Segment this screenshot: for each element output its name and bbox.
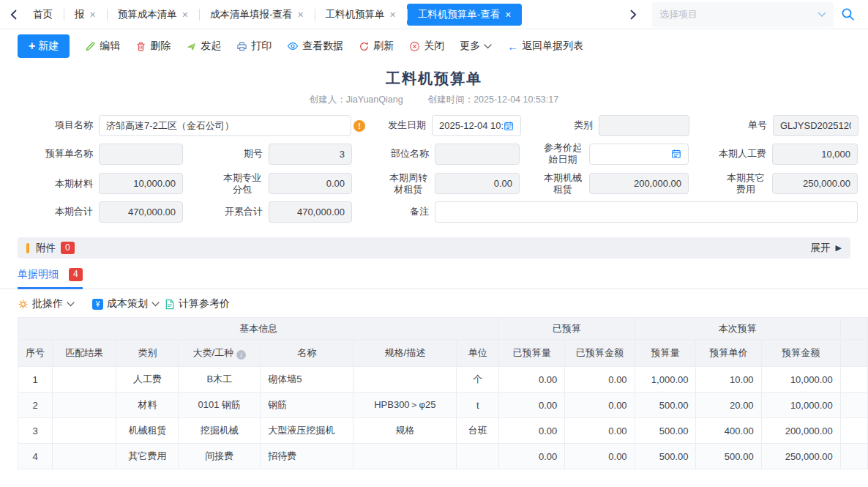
occur-date-input[interactable]: 2025-12-04 10: xyxy=(432,115,521,136)
project-select[interactable]: 选择项目 xyxy=(652,2,834,27)
back-to-list-button[interactable]: ← 返回单据列表 xyxy=(507,40,583,53)
trash-icon xyxy=(135,41,146,52)
grid-column-header[interactable]: 预算金额 xyxy=(761,340,840,367)
other-cost-input[interactable]: 250,000.00 xyxy=(772,173,858,194)
delete-button[interactable]: 删除 xyxy=(135,40,171,53)
info-icon[interactable]: i xyxy=(236,350,246,360)
grid-column-header[interactable]: 匹配结果 xyxy=(53,340,116,367)
tab-close-icon[interactable]: × xyxy=(90,10,96,20)
edit-button[interactable]: 编辑 xyxy=(85,40,120,53)
document-icon xyxy=(165,299,175,310)
field-project-name: 项目名称 济邹高速7-2工区（金石公司） xyxy=(10,115,351,136)
table-row[interactable]: 1人工费B木工砌体墙5个0.000.001,000.0010.0010,000.… xyxy=(18,367,868,393)
tab-1[interactable]: 报× xyxy=(64,4,107,26)
labor-cost-input[interactable]: 10,000 xyxy=(772,144,858,165)
table-cell: 0.00 xyxy=(565,418,635,444)
table-cell: 钢筋 xyxy=(261,393,353,418)
table-cell xyxy=(353,444,457,469)
grid-column-header[interactable]: 预算单价 xyxy=(696,340,761,367)
tab-label: 首页 xyxy=(33,8,53,21)
grid-column-header[interactable]: 序号 xyxy=(18,340,53,367)
table-cell: t xyxy=(457,393,499,418)
warning-icon[interactable]: ! xyxy=(353,120,365,132)
new-button[interactable]: + 新建 xyxy=(18,34,70,58)
grid-column-header[interactable]: 预算量 xyxy=(635,340,696,367)
attachment-count-badge: 0 xyxy=(61,242,75,255)
table-row[interactable]: 2材料0101 钢筋钢筋HPB300＞φ25t0.000.00500.0020.… xyxy=(18,393,868,418)
budget-name-input[interactable] xyxy=(99,144,183,165)
material-input[interactable]: 10,000.00 xyxy=(99,173,183,194)
print-button[interactable]: 打印 xyxy=(236,40,272,53)
tab-close-icon[interactable]: × xyxy=(390,10,396,20)
expand-triangle-icon: ▶ xyxy=(836,243,842,253)
grid-column-header[interactable]: 大类/工种i xyxy=(179,340,261,367)
table-cell-filler xyxy=(840,393,867,418)
table-cell: 砌体墙5 xyxy=(261,367,353,393)
expand-button[interactable]: 展开 ▶ xyxy=(811,242,842,255)
cumulative-total-input[interactable]: 470,000.00 xyxy=(269,201,352,223)
form-row-2: 预算单名称 期号 3 部位名称 参考价起始日期 本期人工费 10,000 xyxy=(10,142,858,166)
table-cell: 人工费 xyxy=(116,367,179,393)
tab-5-active[interactable]: 工料机预算单-查看× xyxy=(407,4,523,26)
period-total-input[interactable]: 470,000.00 xyxy=(99,201,183,223)
tab-list: 首页报×预算成本清单×成本清单填报-查看×工料机预算单×工料机预算单-查看× xyxy=(22,4,522,26)
field-label: 本期合计 xyxy=(10,206,99,218)
grid-column-header[interactable]: 已预算金额 xyxy=(565,340,635,367)
table-cell xyxy=(53,444,116,469)
ref-price-date-input[interactable] xyxy=(589,144,689,165)
grid-column-header[interactable]: 规格/描述 xyxy=(353,340,457,367)
tab-detail[interactable]: 单据明细 4 xyxy=(18,268,83,289)
tab-close-icon[interactable]: × xyxy=(505,10,511,20)
cost-planning-button[interactable]: ¥ 成本策划 xyxy=(92,297,160,311)
grid-column-header[interactable]: 名称 xyxy=(261,340,353,367)
project-name-input[interactable]: 济邹高速7-2工区（金石公司） xyxy=(99,115,351,136)
period-no-input[interactable]: 3 xyxy=(269,144,352,165)
field-label: 类别 xyxy=(521,119,599,131)
batch-operations-button[interactable]: 批操作 xyxy=(18,297,75,311)
field-category: 类别 xyxy=(521,115,689,136)
eye-icon xyxy=(287,40,299,52)
tab-4[interactable]: 工料机预算单× xyxy=(315,4,407,26)
close-button[interactable]: 关闭 xyxy=(409,40,444,53)
calendar-icon[interactable] xyxy=(504,121,514,131)
calendar-icon[interactable] xyxy=(671,149,681,159)
subcontract-input[interactable]: 0.00 xyxy=(269,173,352,194)
field-label: 预算单名称 xyxy=(10,148,99,160)
more-button[interactable]: 更多 xyxy=(460,40,492,53)
remark-input[interactable] xyxy=(435,201,858,223)
table-row[interactable]: 4其它费用间接费招待费0.000.00500.00500.00250,000.0… xyxy=(18,444,868,469)
calc-reference-price-button[interactable]: 计算参考价 xyxy=(165,297,230,311)
grid-column-header[interactable]: 类别 xyxy=(116,340,179,367)
table-cell: 400.00 xyxy=(696,418,761,444)
table-cell: 0.00 xyxy=(565,367,635,393)
machine-rent-input[interactable]: 200,000.00 xyxy=(589,173,689,194)
refresh-icon xyxy=(359,41,370,52)
tab-close-icon[interactable]: × xyxy=(297,10,303,20)
initiate-button[interactable]: 发起 xyxy=(186,40,221,53)
tab-0[interactable]: 首页 xyxy=(22,4,64,26)
table-row[interactable]: 3机械租赁挖掘机械大型液压挖掘机规格台班0.000.00500.00400.00… xyxy=(18,418,868,444)
grid-column-header[interactable]: 已预算量 xyxy=(499,340,565,367)
view-data-button[interactable]: 查看数据 xyxy=(287,40,343,53)
attachment-bar[interactable]: 附件 0 展开 ▶ xyxy=(18,237,850,259)
cost-planning-icon: ¥ xyxy=(92,299,103,310)
tab-close-icon[interactable]: × xyxy=(182,10,188,20)
tab-3[interactable]: 成本清单填报-查看× xyxy=(199,4,315,26)
part-name-input[interactable] xyxy=(435,144,520,165)
tab-2[interactable]: 预算成本清单× xyxy=(107,4,199,26)
doc-no-input[interactable]: GLJYSD202512040 xyxy=(773,115,858,136)
field-label: 单号 xyxy=(689,119,773,131)
table-cell-filler xyxy=(840,418,867,444)
table-cell: HPB300＞φ25 xyxy=(353,393,457,418)
category-input[interactable] xyxy=(599,115,689,136)
tab-bar-right: 选择项目 xyxy=(624,2,864,27)
table-cell: 0.00 xyxy=(499,418,565,444)
search-icon[interactable] xyxy=(841,7,855,21)
table-cell: 250,000.00 xyxy=(761,444,840,469)
grid-column-header[interactable]: 单位 xyxy=(457,340,499,367)
turnover-rent-input[interactable]: 0.00 xyxy=(435,173,520,194)
tabs-scroll-right-icon[interactable] xyxy=(624,4,642,26)
page-title: 工料机预算单 xyxy=(0,69,868,89)
refresh-button[interactable]: 刷新 xyxy=(359,40,394,53)
tabs-scroll-left-icon[interactable] xyxy=(4,4,22,26)
